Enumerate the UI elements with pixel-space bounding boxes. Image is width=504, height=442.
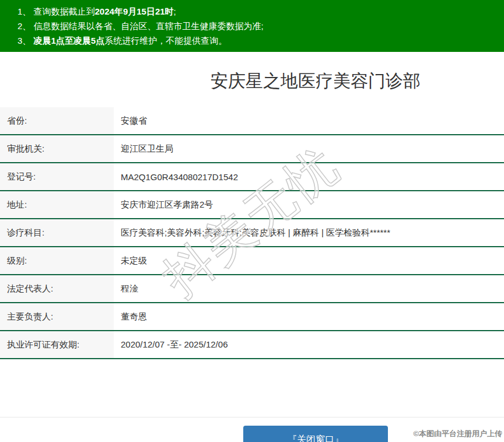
close-window-button[interactable]: 『关闭窗口』 (243, 426, 388, 442)
license-info-table: 省份: 安徽省 审批机关: 迎江区卫生局 登记号: MA2Q1G0R434080… (0, 107, 504, 359)
notice-3-bold-text: 凌晨1点至凌晨5点 (34, 36, 105, 45)
table-row-address: 地址: 安庆市迎江区孝肃路2号 (0, 191, 504, 219)
table-row-approval-authority: 审批机关: 迎江区卫生局 (0, 135, 504, 163)
footer-divider (0, 417, 504, 418)
page-title: 安庆星之地医疗美容门诊部 (0, 52, 504, 107)
notice-line-2: 2、 信息数据结果以各省、自治区、直辖市卫生健康委数据为准; (18, 19, 504, 33)
notice-2-text: 2、 信息数据结果以各省、自治区、直辖市卫生健康委数据为准; (18, 21, 264, 31)
notice-1-bold-text: 2024年9月15日21时 (95, 6, 174, 16)
row-value: 程淦 (114, 275, 504, 302)
row-label: 地址: (0, 191, 114, 218)
row-label: 登记号: (0, 163, 114, 190)
row-value: 迎江区卫生局 (114, 135, 504, 162)
table-row-medical-subjects: 诊疗科目: 医疗美容科;美容外科;美容牙科;美容皮肤科 | 麻醉科 | 医学检验… (0, 219, 504, 247)
notice-1-suffix: ; (174, 6, 176, 16)
row-value: 董奇恩 (114, 303, 504, 330)
row-label: 审批机关: (0, 135, 114, 162)
notice-3-text: 3、 (18, 36, 34, 45)
table-row-legal-representative: 法定代表人: 程淦 (0, 275, 504, 303)
row-label: 执业许可证有效期: (0, 331, 114, 358)
row-label: 法定代表人: (0, 275, 114, 302)
row-label: 省份: (0, 107, 114, 134)
table-row-registration-number: 登记号: MA2Q1G0R434080217D1542 (0, 163, 504, 191)
result-page: 安庆星之地医疗美容门诊部 省份: 安徽省 审批机关: 迎江区卫生局 登记号: M… (0, 52, 504, 359)
notice-3-suffix: 系统进行维护，不能提供查询。 (104, 36, 227, 45)
row-label: 级别: (0, 247, 114, 274)
row-label: 诊疗科目: (0, 219, 114, 246)
table-row-person-in-charge: 主要负责人: 董奇恩 (0, 303, 504, 331)
table-row-license-validity: 执业许可证有效期: 2020/12/07 -至- 2025/12/06 (0, 331, 504, 359)
upload-credit-watermark: ©本图由平台注册用户上传 (413, 429, 502, 439)
row-value: MA2Q1G0R434080217D1542 (114, 163, 504, 190)
row-value: 安徽省 (114, 107, 504, 134)
row-value: 医疗美容科;美容外科;美容牙科;美容皮肤科 | 麻醉科 | 医学检验科*****… (114, 219, 504, 246)
notice-line-1: 1、 查询数据截止到2024年9月15日21时; (18, 4, 504, 19)
notice-1-text: 1、 查询数据截止到 (18, 6, 95, 16)
row-value: 未定级 (114, 247, 504, 274)
row-value: 2020/12/07 -至- 2025/12/06 (114, 331, 504, 358)
row-value: 安庆市迎江区孝肃路2号 (114, 191, 504, 218)
notice-bar: 1、 查询数据截止到2024年9月15日21时; 2、 信息数据结果以各省、自治… (0, 0, 504, 52)
notice-line-3: 3、 凌晨1点至凌晨5点系统进行维护，不能提供查询。 (18, 33, 504, 48)
row-label: 主要负责人: (0, 303, 114, 330)
table-row-level: 级别: 未定级 (0, 247, 504, 275)
table-row-province: 省份: 安徽省 (0, 107, 504, 135)
